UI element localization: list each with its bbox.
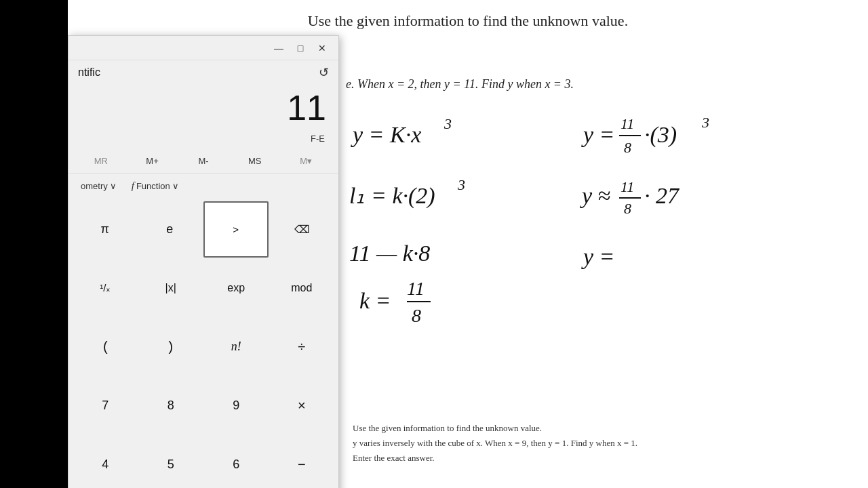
five-button[interactable]: 5 <box>140 436 203 488</box>
seven-button[interactable]: 7 <box>74 378 137 434</box>
calculator-window: — □ ✕ ntific ↺ 11 F-E MR M+ M- MS M▾ ome… <box>68 35 339 488</box>
calc-row-1: π e > ⌫ <box>74 201 333 258</box>
divide-button[interactable]: ÷ <box>271 319 334 375</box>
trig-chevron-icon: ∨ <box>110 181 117 191</box>
maximize-button[interactable]: □ <box>291 39 310 58</box>
svg-text:8: 8 <box>624 139 631 156</box>
function-label: Function <box>136 181 170 191</box>
svg-text:11 — k·8: 11 — k·8 <box>349 241 430 266</box>
svg-text:3: 3 <box>457 176 465 193</box>
backspace-button[interactable]: ⌫ <box>271 201 334 258</box>
svg-text:3: 3 <box>701 114 709 131</box>
svg-text:8: 8 <box>624 200 631 217</box>
minimize-button[interactable]: — <box>269 39 288 58</box>
calc-title: ntific <box>78 66 100 79</box>
calc-row-4: 7 8 9 × <box>74 378 333 434</box>
e-button[interactable]: e <box>139 201 201 258</box>
mminus-button[interactable]: M- <box>190 152 217 170</box>
fe-row: F-E <box>68 132 338 149</box>
mplus-button[interactable]: M+ <box>139 152 166 170</box>
function-chevron-icon: ∨ <box>172 181 179 191</box>
page-title: Use the given information to find the un… <box>68 0 868 37</box>
ms-button[interactable]: MS <box>241 152 269 170</box>
abs-button[interactable]: |x| <box>140 260 203 317</box>
bottom-line3: Enter the exact answer. <box>353 453 827 464</box>
calc-titlebar: — □ ✕ <box>68 36 338 60</box>
mod-button[interactable]: mod <box>271 260 334 317</box>
calc-row-3: ( ) n! ÷ <box>74 319 333 375</box>
fe-button[interactable]: F-E <box>307 132 329 145</box>
memory-row: MR M+ M- MS M▾ <box>68 149 338 174</box>
reciprocal-button[interactable]: ¹/ₓ <box>74 260 137 317</box>
pi-button[interactable]: π <box>74 201 136 258</box>
svg-text:k =: k = <box>359 288 391 313</box>
calc-row-2: ¹/ₓ |x| exp mod <box>74 260 333 317</box>
math-handwriting: e. When x = 2, then y = 11. Find y when … <box>339 68 854 447</box>
svg-text:y ≈: y ≈ <box>580 183 610 208</box>
function-button[interactable]: f Function ∨ <box>126 178 184 195</box>
function-row: ometry ∨ f Function ∨ <box>68 174 338 199</box>
trig-button[interactable]: ometry ∨ <box>75 178 122 194</box>
ce-button[interactable]: > <box>203 201 269 258</box>
svg-text:y = K·x: y = K·x <box>351 122 421 147</box>
history-icon[interactable]: ↺ <box>319 65 329 80</box>
svg-text:8: 8 <box>412 305 421 326</box>
bottom-text: Use the given information to find the un… <box>353 423 827 468</box>
six-button[interactable]: 6 <box>205 436 268 488</box>
svg-text:11: 11 <box>407 278 425 299</box>
nine-button[interactable]: 9 <box>205 378 268 434</box>
open-paren-button[interactable]: ( <box>74 319 137 375</box>
four-button[interactable]: 4 <box>74 436 137 488</box>
mr-button[interactable]: MR <box>87 152 115 170</box>
left-black-bar <box>0 0 68 488</box>
svg-text:3: 3 <box>443 115 452 132</box>
exp-button[interactable]: exp <box>205 260 268 317</box>
mchevron-button[interactable]: M▾ <box>292 152 319 170</box>
calc-buttons-area: π e > ⌫ ¹/ₓ |x| exp mod ( ) n! ÷ 7 8 9 × <box>68 199 338 488</box>
svg-text:y =: y = <box>581 122 615 147</box>
multiply-button[interactable]: × <box>271 378 334 434</box>
eight-button[interactable]: 8 <box>140 378 203 434</box>
subtract-button[interactable]: − <box>271 436 334 488</box>
svg-text:· 27: · 27 <box>644 183 680 208</box>
trig-label: ometry <box>81 181 108 191</box>
close-button[interactable]: ✕ <box>313 39 332 58</box>
bottom-line1: Use the given information to find the un… <box>353 423 827 434</box>
svg-text:l₁ = k·(2): l₁ = k·(2) <box>349 183 435 209</box>
svg-text:·(3): ·(3) <box>644 122 677 148</box>
factorial-button[interactable]: n! <box>205 319 268 375</box>
svg-text:11: 11 <box>620 178 634 195</box>
svg-text:11: 11 <box>620 115 634 132</box>
close-paren-button[interactable]: ) <box>140 319 203 375</box>
svg-text:y =: y = <box>581 244 615 269</box>
calc-header: ntific ↺ <box>68 60 338 85</box>
svg-text:e. When x = 2, then y = 11. Fi: e. When x = 2, then y = 11. Find y when … <box>346 77 574 91</box>
func-f-icon: f <box>132 180 134 192</box>
calc-display: 11 <box>68 85 338 132</box>
bottom-line2: y varies inversely with the cube of x. W… <box>353 438 827 449</box>
calc-row-5: 4 5 6 − <box>74 436 333 488</box>
